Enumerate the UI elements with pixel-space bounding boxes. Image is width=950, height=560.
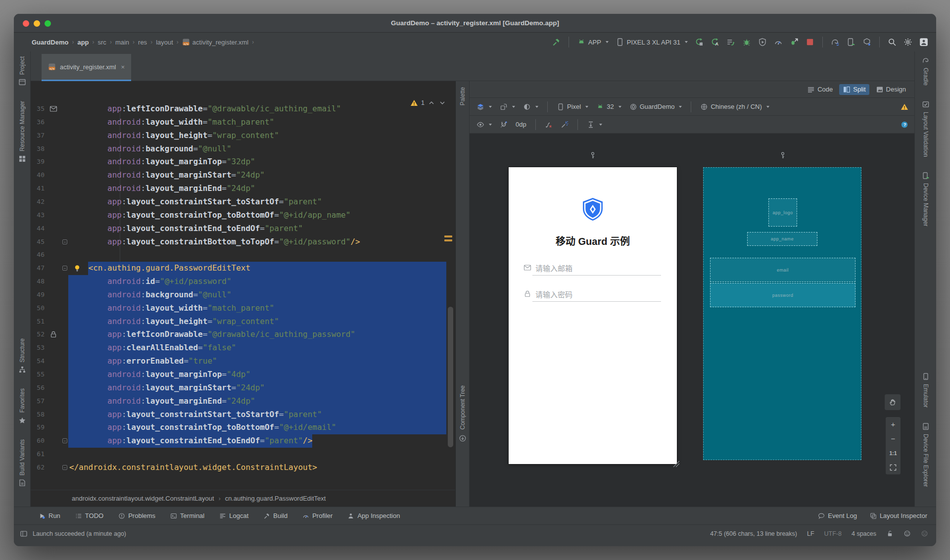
tool-window-button-build[interactable]: Build — [263, 512, 287, 519]
tool-window-button-event-log[interactable]: Event Log — [818, 512, 857, 519]
tool-window-button-run[interactable]: Run — [39, 512, 60, 519]
stop-button[interactable] — [805, 37, 815, 47]
breadcrumb-item-layout[interactable]: layout — [156, 39, 173, 46]
restore-windows-icon[interactable] — [459, 434, 467, 442]
design-surface-button[interactable] — [475, 102, 493, 112]
pack-button[interactable] — [586, 120, 603, 130]
autoconnect-button[interactable] — [499, 120, 509, 130]
search-everywhere-button[interactable] — [887, 37, 898, 47]
error-stripe-mark[interactable] — [444, 235, 452, 237]
tool-window-favorites[interactable]: Favorites — [18, 388, 26, 424]
tool-window-build-variants[interactable]: Build Variants — [18, 439, 26, 487]
mode-code-button[interactable]: Code — [804, 84, 836, 95]
run-button[interactable] — [694, 37, 705, 47]
settings-button[interactable] — [902, 37, 913, 47]
tool-window-button-terminal[interactable]: Terminal — [170, 512, 204, 519]
infer-constraints-button[interactable] — [560, 120, 570, 130]
mode-design-button[interactable]: Design — [872, 84, 909, 95]
pan-button[interactable] — [884, 394, 901, 411]
design-preview-device[interactable]: 移动 Guard 示例 请输入邮箱 请输入密码 — [509, 167, 677, 464]
tool-window-toggle-icon[interactable] — [20, 530, 28, 538]
apply-code-changes-button[interactable] — [725, 37, 736, 47]
profile-avatar-button[interactable] — [918, 37, 929, 47]
close-window-button[interactable] — [23, 20, 29, 27]
component-tree-tab[interactable]: Component Tree — [459, 385, 466, 429]
zoom-in-button[interactable]: + — [886, 417, 901, 431]
preview-theme-button[interactable]: GuardDemo — [628, 102, 683, 112]
tool-window-device-file-explorer[interactable]: Device File Explorer — [922, 422, 930, 487]
tool-window-button-logcat[interactable]: Logcat — [219, 512, 248, 519]
sdk-manager-button[interactable] — [861, 37, 872, 47]
zoom-window-button[interactable] — [45, 20, 51, 27]
fold-marker[interactable] — [62, 438, 67, 443]
email-field[interactable]: 请输入邮箱 — [523, 262, 662, 273]
fold-marker[interactable] — [62, 266, 67, 271]
fold-marker[interactable] — [62, 239, 67, 244]
mode-split-button[interactable]: Split — [839, 84, 869, 95]
breadcrumb-item-src[interactable]: src — [98, 39, 106, 46]
debug-button[interactable] — [741, 37, 752, 47]
device-manager-button[interactable] — [846, 37, 856, 47]
chevron-down-icon[interactable] — [438, 99, 446, 107]
canvas-resize-handle-icon[interactable] — [672, 460, 680, 468]
blueprint-email[interactable]: email — [710, 258, 855, 282]
blueprint-preview-device[interactable]: app_logo app_name email password — [703, 167, 861, 460]
view-options-button[interactable] — [475, 120, 493, 130]
tool-window-structure[interactable]: Structure — [18, 338, 26, 374]
run-with-coverage-button[interactable] — [757, 37, 768, 47]
tab-activity-register-xml[interactable]: </> activity_register.xml × — [42, 54, 131, 81]
chevron-up-icon[interactable] — [428, 99, 435, 107]
blueprint-app-name[interactable]: app_name — [747, 232, 817, 246]
default-margins-button[interactable]: 0dp — [515, 120, 527, 129]
tool-window-button-profiler[interactable]: Profiler — [302, 512, 332, 519]
clear-all-constraints-button[interactable] — [544, 120, 554, 130]
error-stripe-mark[interactable] — [444, 239, 452, 241]
status-line-separator[interactable]: LF — [807, 530, 814, 537]
tool-window-button-todo[interactable]: TODO — [75, 512, 103, 519]
zoom-actual-button[interactable]: 1:1 — [886, 446, 901, 460]
inspection-widget[interactable]: 1 — [410, 99, 446, 107]
preview-device-button[interactable]: Pixel — [556, 102, 589, 112]
build-button[interactable] — [551, 37, 562, 47]
sync-gradle-button[interactable] — [830, 37, 841, 47]
password-field[interactable]: 请输入密码 — [523, 288, 662, 299]
fold-marker[interactable] — [62, 465, 67, 470]
attach-debugger-button[interactable] — [789, 37, 800, 47]
palette-tab[interactable]: Palette — [459, 87, 466, 105]
status-feedback-negative[interactable] — [921, 530, 928, 537]
run-configuration-button[interactable]: APP — [576, 37, 610, 47]
tool-window-emulator[interactable]: Emulator — [922, 373, 930, 408]
profile-button[interactable] — [773, 37, 784, 47]
blueprint-password[interactable]: password — [710, 283, 855, 307]
breadcrumb-parent[interactable]: androidx.constraintlayout.widget.Constra… — [72, 495, 214, 502]
status-feedback-positive[interactable] — [903, 530, 911, 537]
breadcrumb-item-activity-register-xml[interactable]: </>activity_register.xml — [182, 38, 248, 46]
device-select-button[interactable]: PIXEL 3 XL API 31 — [615, 37, 689, 47]
orientation-button[interactable] — [499, 102, 516, 112]
breadcrumb-item-res[interactable]: res — [138, 39, 147, 46]
night-mode-button[interactable] — [522, 102, 539, 112]
status-indent-style[interactable]: 4 spaces — [852, 530, 876, 537]
tool-window-button-app-inspection[interactable]: App Inspection — [347, 512, 400, 519]
blueprint-app-logo[interactable]: app_logo — [768, 198, 797, 227]
tool-window-resource-manager[interactable]: Resource Manager — [18, 101, 26, 163]
preview-api-button[interactable]: 32 — [595, 102, 622, 112]
tool-window-button-layout-inspector[interactable]: Layout Inspector — [870, 512, 927, 519]
breadcrumb-item-app[interactable]: app — [77, 39, 89, 46]
zoom-out-button[interactable]: − — [886, 431, 901, 446]
render-warning-icon[interactable] — [901, 103, 908, 111]
design-surface[interactable]: 移动 Guard 示例 请输入邮箱 请输入密码 app_logo app_nam… — [470, 134, 914, 507]
breadcrumb-item-main[interactable]: main — [115, 39, 129, 46]
status-write-access[interactable] — [886, 530, 894, 537]
tool-window-project[interactable]: Project — [18, 56, 26, 86]
close-tab-icon[interactable]: × — [121, 63, 125, 71]
tool-window-button-problems[interactable]: Problems — [118, 512, 155, 519]
zoom-to-fit-button[interactable] — [886, 460, 901, 474]
minimize-window-button[interactable] — [34, 20, 40, 27]
code-editor[interactable]: 35 app:leftIconDrawable="@drawable/ic_au… — [31, 81, 455, 490]
status-encoding[interactable]: UTF-8 — [824, 530, 842, 537]
tool-window-layout-validation[interactable]: Layout Validation — [922, 100, 930, 157]
help-icon[interactable]: ? — [901, 121, 908, 129]
status-caret-info[interactable]: 47:5 (606 chars, 13 line breaks) — [710, 530, 797, 537]
apply-changes-restart-button[interactable]: A — [710, 37, 720, 47]
